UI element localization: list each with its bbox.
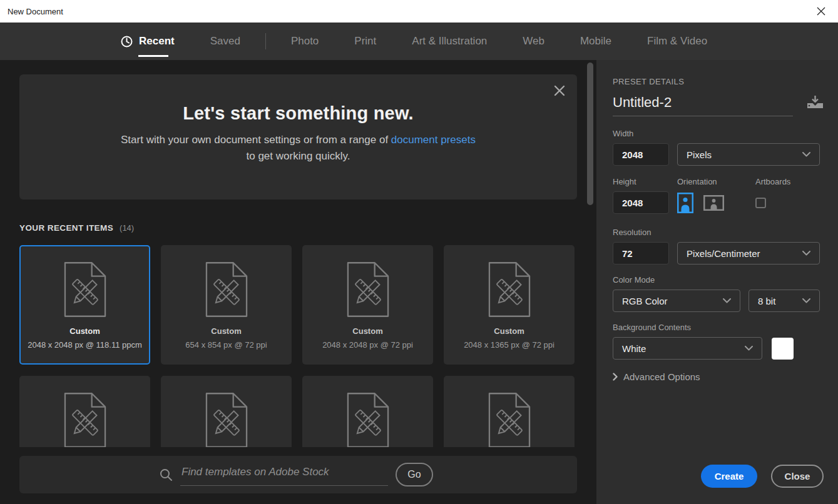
- color-mode-label: Color Mode: [613, 275, 824, 285]
- orientation-toggle: [677, 193, 755, 213]
- tab-web[interactable]: Web: [523, 23, 544, 60]
- create-button[interactable]: Create: [701, 465, 757, 488]
- recent-items-heading: YOUR RECENT ITEMS: [19, 223, 113, 233]
- recent-content-area: Let's start something new. Start with yo…: [0, 60, 596, 504]
- background-contents-dropdown[interactable]: White: [613, 337, 762, 360]
- vertical-scrollbar[interactable]: [587, 61, 593, 503]
- recent-item-card[interactable]: [302, 376, 433, 447]
- height-orientation-artboards-row: [613, 191, 824, 214]
- hero-close-button[interactable]: [552, 83, 567, 98]
- landscape-icon[interactable]: [703, 195, 724, 211]
- height-field-col: [613, 191, 677, 214]
- document-ruler-pencil-icon: [64, 392, 106, 447]
- tab-photo[interactable]: Photo: [291, 23, 319, 60]
- recent-item-card[interactable]: Custom 2048 x 2048 px @ 72 ppi: [302, 245, 433, 365]
- scroll-viewport: Let's start something new. Start with yo…: [0, 60, 596, 447]
- chevron-right-icon: [613, 373, 618, 381]
- color-mode-value: RGB Color: [622, 296, 668, 306]
- width-label: Width: [613, 129, 824, 138]
- color-mode-row: RGB Color 8 bit: [613, 290, 824, 312]
- document-name-input[interactable]: [613, 94, 793, 111]
- recent-item-name: Custom: [69, 326, 100, 336]
- color-mode-dropdown[interactable]: RGB Color: [613, 290, 740, 312]
- close-icon: [817, 7, 825, 16]
- tab-label: Recent: [139, 35, 175, 48]
- window-titlebar: New Document: [0, 0, 838, 23]
- recent-item-card[interactable]: [161, 376, 292, 447]
- clock-icon: [121, 36, 133, 48]
- resolution-row: Pixels/Centimeter: [613, 242, 824, 265]
- close-button[interactable]: Close: [771, 465, 824, 488]
- preset-details-heading: PRESET DETAILS: [613, 77, 824, 86]
- chevron-down-icon: [802, 251, 810, 256]
- go-label: Go: [407, 469, 421, 480]
- orientation-label: Orientation: [677, 177, 755, 186]
- height-input[interactable]: [613, 191, 669, 214]
- recent-item-card[interactable]: [444, 376, 575, 447]
- background-contents-label: Background Contents: [613, 323, 824, 332]
- tab-print[interactable]: Print: [354, 23, 376, 60]
- advanced-options-toggle[interactable]: Advanced Options: [613, 371, 824, 382]
- background-contents-row: White: [613, 337, 824, 360]
- tab-divider: [265, 33, 266, 49]
- panel-action-buttons: Create Close: [701, 465, 824, 488]
- go-button[interactable]: Go: [396, 463, 433, 486]
- height-orientation-artboards-labels: Height Orientation Artboards: [613, 177, 824, 186]
- tab-recent[interactable]: Recent: [121, 23, 175, 60]
- resolution-label: Resolution: [613, 228, 824, 237]
- close-icon: [554, 85, 565, 96]
- tab-saved[interactable]: Saved: [210, 23, 240, 60]
- width-unit-dropdown[interactable]: Pixels: [677, 143, 820, 166]
- document-ruler-pencil-icon: [64, 261, 106, 318]
- recent-item-card[interactable]: Custom 654 x 854 px @ 72 ppi: [161, 245, 292, 365]
- tab-label: Film & Video: [647, 35, 707, 48]
- tab-label: Print: [354, 35, 376, 48]
- tab-label: Photo: [291, 35, 319, 48]
- resolution-input[interactable]: [613, 242, 669, 265]
- document-name-field-wrap: [613, 94, 793, 116]
- hero-subtitle-text2: to get working quickly.: [247, 150, 350, 162]
- create-label: Create: [715, 471, 744, 481]
- portrait-icon[interactable]: [677, 193, 693, 213]
- recent-item-card-selected[interactable]: Custom 2048 x 2048 px @ 118.11 ppcm: [19, 245, 150, 365]
- advanced-options-label: Advanced Options: [623, 371, 700, 382]
- document-ruler-pencil-icon: [488, 261, 531, 318]
- recent-item-card[interactable]: Custom 2048 x 1365 px @ 72 ppi: [444, 245, 575, 365]
- resolution-unit-dropdown[interactable]: Pixels/Centimeter: [677, 242, 820, 265]
- document-ruler-pencil-icon: [347, 392, 389, 447]
- chevron-down-icon: [723, 298, 731, 303]
- chevron-down-icon: [802, 298, 810, 303]
- bit-depth-dropdown[interactable]: 8 bit: [749, 290, 820, 312]
- recent-item-size: 2048 x 2048 px @ 118.11 ppcm: [28, 340, 142, 350]
- tab-mobile[interactable]: Mobile: [580, 23, 611, 60]
- chevron-down-icon: [745, 346, 753, 351]
- stock-search-input[interactable]: [180, 463, 388, 486]
- artboards-checkbox[interactable]: [755, 198, 766, 208]
- recent-items-count: (14): [120, 223, 134, 233]
- background-color-swatch[interactable]: [772, 338, 794, 360]
- document-name-row: [613, 94, 824, 116]
- window-close-button[interactable]: [812, 3, 830, 20]
- recent-item-card[interactable]: [19, 376, 150, 447]
- window-title: New Document: [8, 7, 63, 16]
- tab-label: Saved: [210, 35, 240, 48]
- recent-item-name: Custom: [494, 326, 524, 336]
- width-row: Pixels: [613, 143, 824, 166]
- hero-subtitle: Start with your own document settings or…: [19, 132, 577, 164]
- document-presets-link[interactable]: document presets: [391, 134, 476, 146]
- document-ruler-pencil-icon: [347, 261, 389, 318]
- recent-item-name: Custom: [352, 326, 382, 336]
- tab-art-illustration[interactable]: Art & Illustration: [412, 23, 487, 60]
- document-ruler-pencil-icon: [488, 392, 531, 447]
- recent-items-grid: Custom 2048 x 2048 px @ 118.11 ppcm Cust…: [19, 245, 577, 447]
- background-contents-value: White: [622, 343, 646, 354]
- close-label: Close: [785, 471, 810, 481]
- adobe-stock-search-bar: Go: [19, 456, 577, 493]
- tab-film-video[interactable]: Film & Video: [647, 23, 707, 60]
- save-preset-button[interactable]: [807, 95, 824, 111]
- scrollbar-thumb[interactable]: [587, 63, 593, 205]
- width-unit-value: Pixels: [687, 149, 712, 160]
- height-label: Height: [613, 177, 677, 186]
- chevron-down-icon: [802, 152, 810, 157]
- width-input[interactable]: [613, 143, 669, 166]
